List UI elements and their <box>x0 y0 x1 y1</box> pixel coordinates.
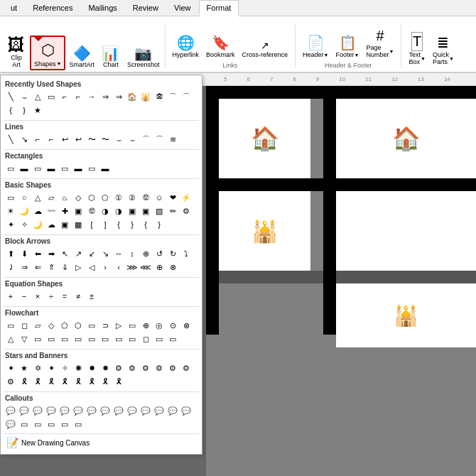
banner5[interactable]: 🎗 <box>72 375 85 388</box>
shape-elbow[interactable]: ⌐ <box>58 90 71 103</box>
line-elbow2[interactable]: ⌐ <box>45 133 58 146</box>
callout-3[interactable]: 💬 <box>31 404 44 417</box>
shape-line[interactable]: ╲ <box>4 90 17 103</box>
fc-12[interactable]: ◎ <box>153 319 166 332</box>
shape-elbow2[interactable]: ⌐ <box>72 90 85 103</box>
banner1[interactable]: 🎗 <box>18 375 31 388</box>
rect-3[interactable]: ▭ <box>31 162 44 175</box>
basic-lightning[interactable]: ⚡ <box>180 191 193 204</box>
fc2-6[interactable]: ▭ <box>85 332 98 345</box>
callout-13[interactable]: 💬 <box>166 404 179 417</box>
fc-4[interactable]: ◇ <box>45 319 58 332</box>
ba-up[interactable]: ⬆ <box>4 247 17 260</box>
line-straight[interactable]: ╲ <box>4 133 17 146</box>
basic-cir12[interactable]: ⑫ <box>139 191 152 204</box>
basic-r2-2[interactable]: ◑ <box>99 205 112 217</box>
fc3-3[interactable]: ▭ <box>166 332 179 345</box>
ba-dbl2[interactable]: ⇐ <box>31 261 44 274</box>
fc2-7[interactable]: ▭ <box>99 332 112 345</box>
burst1[interactable]: ⚙ <box>112 362 125 374</box>
fc-6[interactable]: ⬡ <box>72 319 85 332</box>
eq-equal[interactable]: = <box>58 290 71 303</box>
callout-9[interactable]: 💬 <box>112 404 125 417</box>
basic-r2-12[interactable]: ☁ <box>45 218 58 231</box>
rect-1[interactable]: ▭ <box>4 162 17 175</box>
burst3[interactable]: ⚙ <box>139 362 152 374</box>
line-freeform2[interactable]: ⌣ <box>126 133 139 146</box>
basic-r2-4[interactable]: ▣ <box>126 205 139 217</box>
callout-1[interactable]: 💬 <box>4 404 17 417</box>
ba-downleft[interactable]: ↙ <box>85 247 98 260</box>
ba-upleft[interactable]: ↖ <box>58 247 71 260</box>
callout-2[interactable]: 💬 <box>18 404 31 417</box>
callout-15[interactable]: 💬 <box>4 418 17 431</box>
basic-circle[interactable]: ○ <box>18 191 31 204</box>
fc-7[interactable]: ▭ <box>85 319 98 332</box>
ba-circ[interactable]: ↺ <box>153 247 166 260</box>
starburst2[interactable]: ✹ <box>99 362 112 374</box>
basic-wave[interactable]: 〰 <box>45 205 58 217</box>
basic-smiley[interactable]: ☺ <box>153 191 166 204</box>
rect-5[interactable]: ▭ <box>58 162 71 175</box>
shape-squig1[interactable]: ⌒ <box>166 90 179 103</box>
basic-r2-14[interactable]: ▦ <box>72 218 85 231</box>
basic-frame[interactable]: ▣ <box>72 205 85 217</box>
basic-r2-8[interactable]: ⚙ <box>180 205 193 217</box>
basic-r3-5[interactable]: { <box>139 218 152 231</box>
basic-rect[interactable]: ▭ <box>4 191 17 204</box>
rect-4[interactable]: ▬ <box>45 162 58 175</box>
basic-cloud[interactable]: ☁ <box>31 205 44 217</box>
fc-2[interactable]: ◻ <box>18 319 31 332</box>
fc-1[interactable]: ▭ <box>4 319 17 332</box>
burst5[interactable]: ⚙ <box>166 362 179 374</box>
shape-brace2[interactable]: } <box>18 104 31 117</box>
ba-ud[interactable]: ↕ <box>126 247 139 260</box>
callout-6[interactable]: 💬 <box>72 404 85 417</box>
shape-star5[interactable]: ★ <box>31 104 44 117</box>
clip-art-button[interactable]: 🖼 ClipArt <box>3 34 30 70</box>
ba-dbl1[interactable]: ⇒ <box>18 261 31 274</box>
banner4[interactable]: 🎗 <box>58 375 71 388</box>
fc-11[interactable]: ⊕ <box>139 319 152 332</box>
callout-5[interactable]: 💬 <box>58 404 71 417</box>
callout2-5[interactable]: ▭ <box>72 418 85 431</box>
page-number-button[interactable]: # PageNumber ▼ <box>364 26 397 60</box>
banner3[interactable]: 🎗 <box>45 375 58 388</box>
fc3-2[interactable]: ▭ <box>153 332 166 345</box>
basic-cross[interactable]: ✚ <box>58 205 71 217</box>
shapes-button[interactable]: ⬡ Shapes ▼ <box>30 36 65 70</box>
screenshot-button[interactable]: 📷 Screenshot <box>124 44 163 70</box>
basic-cir2[interactable]: ② <box>126 191 139 204</box>
new-drawing-canvas-link[interactable]: 📝 New Drawing Canvas <box>4 433 199 451</box>
fc-9[interactable]: ▷ <box>112 319 125 332</box>
burst4[interactable]: ⚙ <box>153 362 166 374</box>
hyperlink-button[interactable]: 🌐 Hyperlink <box>170 32 202 60</box>
line-curve[interactable]: ↩ <box>58 133 71 146</box>
shape-house2[interactable]: 🏚 <box>153 90 166 103</box>
ba2-2[interactable]: ⊗ <box>166 261 179 274</box>
basic-r3-3[interactable]: { <box>112 218 125 231</box>
line-double[interactable]: ≋ <box>166 133 179 146</box>
ba-chevron2[interactable]: ‹ <box>112 261 125 274</box>
ba-left[interactable]: ⬅ <box>31 247 44 260</box>
fc2-5[interactable]: ▭ <box>72 332 85 345</box>
line-arrow[interactable]: ↘ <box>18 133 31 146</box>
star7[interactable]: ✦ <box>45 362 58 374</box>
banner6[interactable]: 🎗 <box>85 375 98 388</box>
shape-triangle[interactable]: △ <box>31 90 44 103</box>
eq-times[interactable]: × <box>31 290 44 303</box>
line-scribble[interactable]: 〜 <box>85 133 98 146</box>
shape-house1[interactable]: 🏠 <box>126 90 139 103</box>
fc2-9[interactable]: ▭ <box>126 332 139 345</box>
ba-down[interactable]: ⬇ <box>18 247 31 260</box>
callout-11[interactable]: 💬 <box>139 404 152 417</box>
ba-right[interactable]: ➡ <box>45 247 58 260</box>
ba-upright[interactable]: ↗ <box>72 247 85 260</box>
callout2-4[interactable]: ▭ <box>58 418 71 431</box>
fc2-2[interactable]: ▭ <box>31 332 44 345</box>
ba-notch2[interactable]: ⋘ <box>139 261 152 274</box>
shape-mosque[interactable]: 🕌 <box>139 90 152 103</box>
rect-7[interactable]: ▭ <box>85 162 98 175</box>
starburst1[interactable]: ✸ <box>85 362 98 374</box>
burst7[interactable]: ⚙ <box>4 375 17 388</box>
